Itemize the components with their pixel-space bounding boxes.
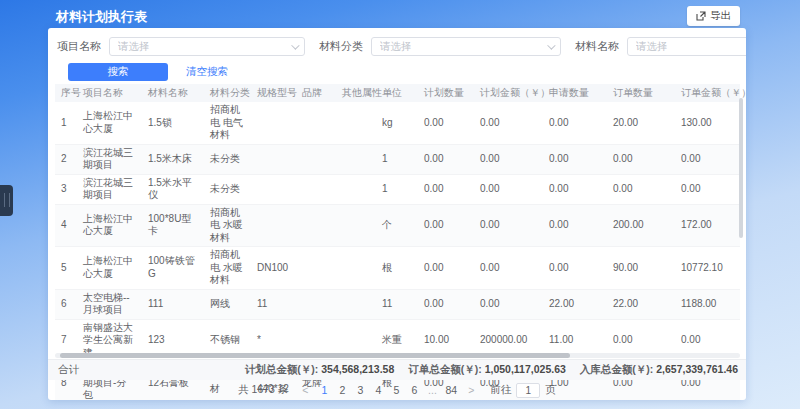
table-cell: 0.00: [474, 174, 543, 204]
side-panel-handle[interactable]: [0, 185, 13, 216]
export-icon: [696, 11, 706, 21]
summary-label: 合计: [58, 363, 79, 377]
table-cell: 0.00: [543, 102, 607, 144]
page-button[interactable]: 5: [389, 383, 405, 397]
page-button[interactable]: 2: [335, 383, 351, 397]
table-cell: [336, 174, 376, 204]
table-row: 3滨江花城三期项目1.5米水平仪未分类10.000.000.000.000.00: [55, 174, 740, 204]
inbound-total-value: 2,657,339,761.46: [656, 363, 738, 375]
material-name-input[interactable]: [628, 38, 746, 55]
table-cell: 1: [376, 144, 418, 174]
table-cell: 11: [251, 289, 296, 319]
table-cell: [336, 247, 376, 290]
page-button[interactable]: 1: [317, 383, 333, 397]
export-label: 导出: [710, 9, 731, 23]
page-button[interactable]: 6: [407, 383, 423, 397]
table-cell: 2: [55, 144, 77, 174]
table-cell: 5: [55, 247, 77, 290]
filter-bar: 项目名称 材料分类 材料名称: [48, 36, 746, 56]
column-header: 序号: [55, 84, 77, 102]
goto-page-input[interactable]: [516, 383, 540, 398]
goto-label: 前往: [490, 383, 511, 397]
page-button[interactable]: 4: [371, 383, 387, 397]
table-cell: 0.00: [675, 174, 740, 204]
table-cell: 6: [55, 289, 77, 319]
table-cell: [251, 204, 296, 247]
filter-project-name: 项目名称: [57, 37, 305, 56]
goto-suffix: 页: [545, 383, 556, 397]
table-cell: 0.00: [543, 144, 607, 174]
table-cell: 0.00: [543, 247, 607, 290]
table-cell: 0.00: [607, 144, 675, 174]
table-cell: 0.00: [474, 204, 543, 247]
page-button[interactable]: 84: [443, 383, 461, 397]
table-cell: 130.00: [675, 102, 740, 144]
table-cell: [296, 247, 336, 290]
table-cell: 1: [376, 174, 418, 204]
table-cell: 招商机电 水暖材料: [204, 204, 251, 247]
table-cell: 1.5锁: [142, 102, 204, 144]
table-cell: 0.00: [474, 289, 543, 319]
table-cell: 0.00: [418, 289, 474, 319]
planned-total: 计划总金额(￥): 354,568,213.58: [245, 363, 394, 377]
filter-label: 材料分类: [319, 39, 363, 54]
table-cell: 0.00: [418, 204, 474, 247]
column-header: 材料名称: [142, 84, 204, 102]
table-cell: [296, 144, 336, 174]
table-cell: 1.5米水平仪: [142, 174, 204, 204]
action-bar: 搜索 清空搜索: [68, 63, 228, 81]
table-cell: [296, 204, 336, 247]
table-row: 5上海松江中心大厦100铸铁管G招商机电 水暖材料DN100根0.000.000…: [55, 247, 740, 290]
table-cell: 172.00: [675, 204, 740, 247]
table-cell: 0.00: [474, 144, 543, 174]
content-card: 项目名称 材料分类 材料名称 搜索 清空搜索 序号项目: [48, 28, 746, 400]
order-total-label: 订单总金额(￥):: [408, 363, 482, 375]
project-name-input[interactable]: [110, 38, 304, 55]
prev-page-button[interactable]: <: [298, 384, 312, 396]
column-header: 材料分类: [204, 84, 251, 102]
project-name-select[interactable]: [109, 37, 305, 56]
page-list: 123456...84: [317, 383, 461, 397]
table-cell: [296, 289, 336, 319]
table-header-row: 序号项目名称材料名称材料分类规格型号品牌其他属性单位计划数量计划金额（￥）申请数…: [55, 84, 740, 102]
material-name-select[interactable]: [627, 37, 746, 56]
table-cell: 0.00: [675, 144, 740, 174]
material-category-select[interactable]: [371, 37, 561, 56]
filter-label: 材料名称: [575, 39, 619, 54]
table-cell: 111: [142, 289, 204, 319]
filter-material-category: 材料分类: [319, 37, 561, 56]
inbound-total-label: 入库总金额(￥):: [580, 363, 654, 375]
table-cell: 10772.10: [675, 247, 740, 290]
table-cell: [251, 174, 296, 204]
table-cell: [251, 102, 296, 144]
table-row: 6太空电梯--月球项目111网线11110.000.0022.0022.0011…: [55, 289, 740, 319]
summary-totals: 计划总金额(￥): 354,568,213.58 订单总金额(￥): 1,050…: [245, 363, 738, 377]
export-button[interactable]: 导出: [687, 6, 740, 26]
next-page-button[interactable]: >: [464, 384, 478, 396]
table-cell: 根: [376, 247, 418, 290]
table-row: 2滨江花城三期项目1.5米木床未分类10.000.000.000.000.00: [55, 144, 740, 174]
planned-total-value: 354,568,213.58: [321, 363, 394, 375]
vertical-scrollbar[interactable]: [739, 98, 743, 238]
table-cell: 200.00: [607, 204, 675, 247]
pagination: 共 1673 条 < 123456...84 > 前往 页: [48, 380, 746, 400]
table-cell: [336, 102, 376, 144]
table-cell: 0.00: [474, 247, 543, 290]
page-button[interactable]: 3: [353, 383, 369, 397]
table-cell: 0.00: [418, 102, 474, 144]
clear-search-button[interactable]: 清空搜索: [186, 65, 228, 79]
table-cell: 20.00: [607, 102, 675, 144]
column-header: 计划数量: [418, 84, 474, 102]
table-cell: 0.00: [418, 247, 474, 290]
table-cell: 上海松江中心大厦: [77, 204, 142, 247]
column-header: 单位: [376, 84, 418, 102]
table-cell: 22.00: [607, 289, 675, 319]
horizontal-scrollbar-thumb[interactable]: [60, 353, 570, 358]
search-button[interactable]: 搜索: [68, 63, 168, 81]
page-title: 材料计划执行表: [56, 8, 147, 26]
table-cell: 上海松江中心大厦: [77, 102, 142, 144]
column-header: 订单数量: [607, 84, 675, 102]
table-cell: 太空电梯--月球项目: [77, 289, 142, 319]
table-cell: DN100: [251, 247, 296, 290]
material-category-input[interactable]: [372, 38, 560, 55]
